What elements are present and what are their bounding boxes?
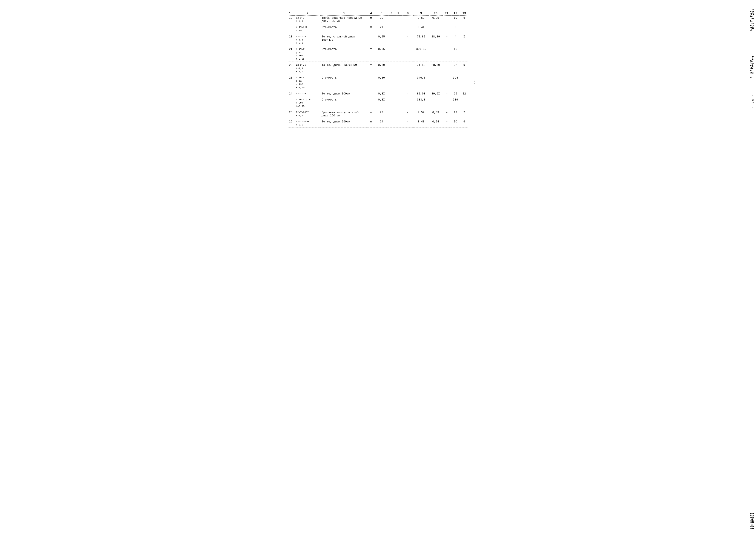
table-row: 25I2-У-205IК-0,9Продувка воздухом труб д… — [288, 110, 468, 118]
header-col-10: IO — [429, 11, 443, 16]
table-row: 20I2-У-I5К-I,IК-0,9То же, стальной диам.… — [288, 34, 468, 46]
main-table: 1 2 3 4 5 6 7 8 9 IO II I2 I3 I9I2-У-IК-… — [288, 11, 468, 128]
header-col-11: II — [443, 11, 451, 16]
header-col-5: 5 — [375, 11, 388, 16]
header-col-7: 7 — [395, 11, 402, 16]
table-row: 2IП.Iч.Ур.IXп.I002п.0,95Стоимостьт0,05–3… — [288, 47, 468, 61]
header-col-1: 1 — [288, 11, 295, 16]
header-col-6: 6 — [388, 11, 395, 16]
table-header: 1 2 3 4 5 6 7 8 9 IO II I2 I3 — [288, 11, 468, 16]
header-col-3: 3 — [320, 11, 367, 16]
header-col-12: I2 — [451, 11, 460, 16]
table-row: Ц.Iч.IIIп.I5Стоимостьм2I––0,4I––9– — [288, 25, 468, 33]
table-row: П.Iч.У р.IXп.994К=0,95Стоимостьт0,3I–383… — [288, 97, 468, 109]
page-container: 902-2-250 Альбом у 13848-04 1 2 3 4 5 6 … — [286, 4, 470, 132]
header-col-2: 2 — [295, 11, 320, 16]
table-row: 23П.Iч.Ур.IXп.998К-0,95Стоимостьт0,30–34… — [288, 76, 468, 90]
header-col-4: 4 — [367, 11, 375, 16]
header-col-13: I3 — [460, 11, 468, 16]
table-row: I9I2-У-IК-0,9Трубы водогазо-проводные ди… — [288, 16, 468, 24]
header-col-9: 9 — [414, 11, 428, 16]
header-col-8: 8 — [402, 11, 414, 16]
table-row: 22I2-У-I5К-I,IК-0,9То же, диам. I33х4 мм… — [288, 63, 468, 74]
table-row: 24I2-У-I4То же, диам.IOOммт0,3I–82,0839,… — [288, 91, 468, 96]
table-row: 26I2-У-205ОК-0,9То же, диам.200ммм24–0,4… — [288, 119, 468, 127]
side-label-56: - 56 - — [474, 76, 475, 89]
